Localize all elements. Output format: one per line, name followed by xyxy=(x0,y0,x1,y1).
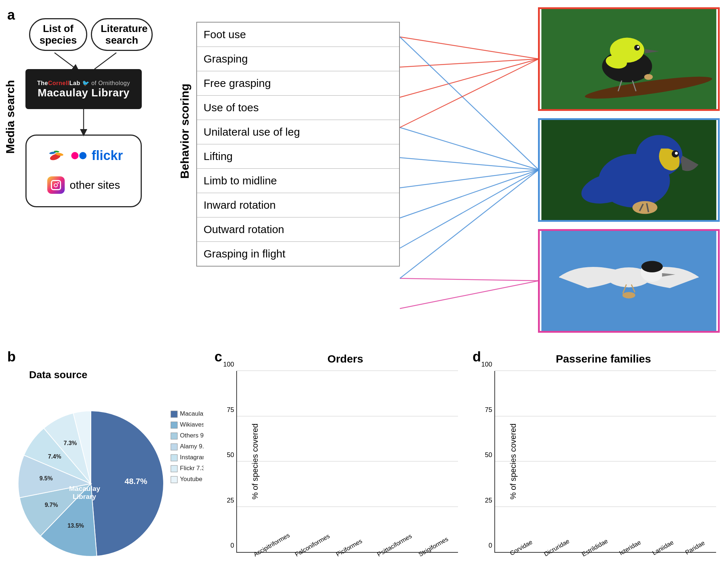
bar-item-5: Paridae xyxy=(682,540,704,552)
svg-text:13.5%: 13.5% xyxy=(68,523,84,529)
bar-label-1: Dicruridae xyxy=(543,538,571,558)
instagram-circle xyxy=(54,183,58,187)
svg-text:7.3%: 7.3% xyxy=(64,440,77,446)
panel-c: c Orders % of species covered 0 25 50 75… xyxy=(214,349,462,582)
flickr-row: flickr xyxy=(44,148,123,163)
cornell-box: TheCornellLab 🐦 of Ornithology Macaulay … xyxy=(25,69,142,109)
svg-rect-54 xyxy=(171,422,177,428)
bird-3-svg xyxy=(540,231,718,331)
flickr-instagram-box: flickr other sites xyxy=(25,135,142,207)
svg-point-45 xyxy=(622,292,635,299)
macaulay-label: Macaulay Library xyxy=(37,87,129,99)
svg-text:Instagram 7.4%: Instagram 7.4% xyxy=(180,454,204,461)
behavior-row-3: Use of toes xyxy=(197,96,399,120)
svg-point-42 xyxy=(641,261,663,272)
y-tick-25: 25 xyxy=(227,497,234,504)
svg-text:Youtube 3.9%: Youtube 3.9% xyxy=(180,476,204,483)
orders-bar-chart: % of species covered 0 25 50 75 100 Acci… xyxy=(236,371,458,553)
svg-line-0 xyxy=(55,53,76,69)
flickr-logo xyxy=(71,152,87,159)
bird-image-1 xyxy=(538,7,720,111)
bird-image-3 xyxy=(538,229,720,333)
py-tick-0: 0 xyxy=(489,542,492,549)
svg-text:Alamy 9.5%: Alamy 9.5% xyxy=(180,443,204,450)
bar-label-2: Estrildidae xyxy=(581,537,609,558)
py-tick-75: 75 xyxy=(485,407,492,413)
flickr-dot-pink xyxy=(71,152,79,159)
bubble-literature: Literature search xyxy=(91,18,153,51)
py-tick-50: 50 xyxy=(485,452,492,458)
pie-container: 48.7%13.5%9.7%9.5%7.4%7.3%Macaulay Libra… xyxy=(7,382,204,571)
bar-label-3: Icteridae xyxy=(618,539,642,557)
bar-item-0: Accipitriformes xyxy=(250,540,280,552)
bar-item-4: Laniidae xyxy=(650,540,673,552)
bird-1-svg xyxy=(540,9,718,109)
bird-image-2 xyxy=(538,118,720,222)
instagram-inner xyxy=(51,180,61,190)
svg-text:Library: Library xyxy=(73,493,96,500)
bar-label-5: Paridae xyxy=(684,539,706,556)
svg-point-34 xyxy=(675,152,678,155)
arrow-cornell-to-flickr xyxy=(25,109,142,136)
py-tick-100: 100 xyxy=(481,361,492,368)
hummingbird-icon xyxy=(44,148,66,163)
data-source-title: Data source xyxy=(29,369,87,381)
behavior-table: Foot useGraspingFree graspingUse of toes… xyxy=(196,22,400,267)
panel-d-label: d xyxy=(473,349,481,365)
panel-b: b Data source 48.7%13.5%9.7%9.5%7.4%7.3%… xyxy=(7,349,204,582)
bar-item-1: Falconiformes xyxy=(292,540,321,552)
bar-label-4: Strigiformes xyxy=(417,537,446,558)
svg-text:Flickr 7.3%: Flickr 7.3% xyxy=(180,465,204,472)
behavior-section: Behavior scoring Foot useGraspingFree gr… xyxy=(189,11,407,324)
svg-point-36 xyxy=(632,201,658,214)
svg-text:Macaulay Library 48.7%: Macaulay Library 48.7% xyxy=(180,410,204,417)
behavior-row-0: Foot use xyxy=(197,23,399,47)
svg-text:7.4%: 7.4% xyxy=(48,453,61,460)
media-search-label: Media search xyxy=(4,80,17,154)
bar-item-2: Piciformes xyxy=(333,540,362,552)
passerine-chart-area: % of species covered 0 25 50 75 100 Corv… xyxy=(494,371,716,553)
behavior-row-8: Outward rotation xyxy=(197,217,399,242)
svg-point-24 xyxy=(634,45,640,51)
flickr-dot-blue xyxy=(79,152,87,159)
bar-item-1: Dicruridae xyxy=(541,540,569,552)
instagram-icon xyxy=(47,176,65,194)
svg-line-1 xyxy=(95,53,116,69)
svg-rect-58 xyxy=(171,444,177,450)
svg-text:48.7%: 48.7% xyxy=(125,477,147,486)
instagram-row: other sites xyxy=(47,176,120,194)
py-tick-25: 25 xyxy=(485,497,492,504)
orders-title: Orders xyxy=(229,353,462,365)
svg-point-29 xyxy=(644,74,653,80)
bar-item-3: Psittaciformes xyxy=(374,540,403,552)
pie-chart-svg: 48.7%13.5%9.7%9.5%7.4%7.3%Macaulay Libra… xyxy=(7,382,204,571)
panel-a: a Media search List of species Literatur… xyxy=(7,7,720,342)
behavior-row-6: Limb to midline xyxy=(197,169,399,193)
svg-rect-52 xyxy=(171,411,177,417)
bar-item-3: Icteridae xyxy=(616,540,640,552)
passerine-title: Passerine families xyxy=(487,353,720,365)
bar-item-4: Strigiformes xyxy=(415,540,445,552)
bubble-species: List of species xyxy=(29,18,87,51)
behavior-scoring-label: Behavior scoring xyxy=(178,84,192,179)
passerine-bar-chart: % of species covered 0 25 50 75 100 Corv… xyxy=(494,371,716,553)
bar-item-2: Estrildidae xyxy=(579,540,607,552)
behavior-row-9: Grasping in flight xyxy=(197,242,399,266)
cornell-top: TheCornellLab 🐦 of Ornithology xyxy=(37,80,130,87)
svg-text:Wikiaves 13.5%: Wikiaves 13.5% xyxy=(180,421,204,428)
orders-bars-group: AccipitriformesFalconiformesPiciformesPs… xyxy=(237,371,458,552)
orders-chart-area: % of species covered 0 25 50 75 100 Acci… xyxy=(236,371,458,553)
bar-label-0: Corvidae xyxy=(509,539,534,557)
panel-c-label: c xyxy=(214,349,222,365)
svg-text:9.7%: 9.7% xyxy=(45,502,58,508)
y-tick-50: 50 xyxy=(227,452,234,458)
behavior-row-7: Inward rotation xyxy=(197,193,399,217)
behavior-row-1: Grasping xyxy=(197,47,399,71)
flickr-label: flickr xyxy=(92,148,123,163)
behavior-row-5: Lifting xyxy=(197,144,399,169)
bird-2-svg xyxy=(540,120,718,220)
y-tick-0: 0 xyxy=(230,542,234,549)
instagram-dot xyxy=(57,182,59,184)
svg-rect-62 xyxy=(171,465,177,472)
bar-label-2: Piciformes xyxy=(335,537,364,558)
